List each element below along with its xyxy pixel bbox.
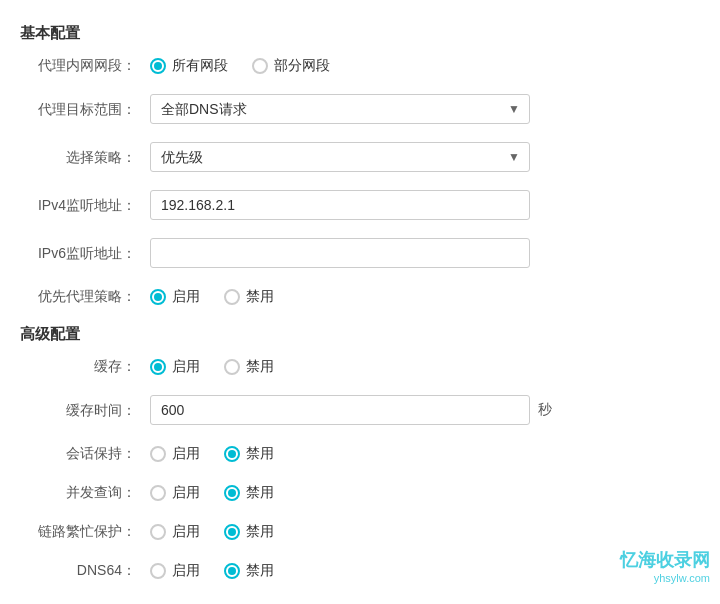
dns64-disable-label: 禁用	[246, 562, 274, 580]
link-protect-enable[interactable]: 启用	[150, 523, 200, 541]
session-disable-radio[interactable]	[224, 446, 240, 462]
proxy-target-content: 全部DNS请求 部分DNS请求 ▼	[150, 94, 700, 124]
session-content: 启用 禁用	[150, 445, 700, 463]
proxy-network-all-label: 所有网段	[172, 57, 228, 75]
ipv6-content	[150, 238, 700, 268]
concurrent-label: 并发查询：	[30, 482, 150, 503]
strategy-select-wrapper: 优先级 轮询 随机 ▼	[150, 142, 530, 172]
dns64-enable-radio[interactable]	[150, 563, 166, 579]
proxy-network-partial-radio[interactable]	[252, 58, 268, 74]
proxy-network-all[interactable]: 所有网段	[150, 57, 228, 75]
cache-enable-radio[interactable]	[150, 359, 166, 375]
proxy-target-select[interactable]: 全部DNS请求 部分DNS请求	[150, 94, 530, 124]
proxy-network-partial-label: 部分网段	[274, 57, 330, 75]
priority-proxy-enable[interactable]: 启用	[150, 288, 200, 306]
priority-proxy-disable-label: 禁用	[246, 288, 274, 306]
ipv4-label: IPv4监听地址：	[30, 195, 150, 216]
session-radio-group: 启用 禁用	[150, 445, 274, 463]
concurrent-disable-radio[interactable]	[224, 485, 240, 501]
concurrent-disable-label: 禁用	[246, 484, 274, 502]
link-protect-disable-label: 禁用	[246, 523, 274, 541]
link-protect-disable-radio[interactable]	[224, 524, 240, 540]
link-protect-enable-radio[interactable]	[150, 524, 166, 540]
advanced-config-title: 高级配置	[20, 325, 700, 344]
cache-radio-group: 启用 禁用	[150, 358, 274, 376]
session-enable[interactable]: 启用	[150, 445, 200, 463]
dns64-row: DNS64： 启用 禁用	[20, 560, 700, 581]
priority-proxy-enable-radio[interactable]	[150, 289, 166, 305]
concurrent-disable[interactable]: 禁用	[224, 484, 274, 502]
cache-enable[interactable]: 启用	[150, 358, 200, 376]
link-protect-label: 链路繁忙保护：	[30, 521, 150, 542]
concurrent-enable-label: 启用	[172, 484, 200, 502]
proxy-network-all-radio[interactable]	[150, 58, 166, 74]
link-protect-radio-group: 启用 禁用	[150, 523, 274, 541]
cache-content: 启用 禁用	[150, 358, 700, 376]
cache-time-input[interactable]	[150, 395, 530, 425]
dns64-label: DNS64：	[30, 560, 150, 581]
proxy-network-label: 代理内网网段：	[30, 55, 150, 76]
ipv6-row: IPv6监听地址：	[20, 238, 700, 268]
ipv6-input[interactable]	[150, 238, 530, 268]
proxy-network-row: 代理内网网段： 所有网段 部分网段	[20, 55, 700, 76]
priority-proxy-row: 优先代理策略： 启用 禁用	[20, 286, 700, 307]
priority-proxy-enable-label: 启用	[172, 288, 200, 306]
ipv4-input[interactable]	[150, 190, 530, 220]
cache-time-label: 缓存时间：	[30, 400, 150, 421]
dns64-radio-group: 启用 禁用	[150, 562, 274, 580]
dns64-enable[interactable]: 启用	[150, 562, 200, 580]
dns64-content: 启用 禁用	[150, 562, 700, 580]
session-row: 会话保持： 启用 禁用	[20, 443, 700, 464]
proxy-network-content: 所有网段 部分网段	[150, 57, 700, 75]
link-protect-enable-label: 启用	[172, 523, 200, 541]
cache-disable[interactable]: 禁用	[224, 358, 274, 376]
ipv4-content	[150, 190, 700, 220]
proxy-target-label: 代理目标范围：	[30, 99, 150, 120]
strategy-select[interactable]: 优先级 轮询 随机	[150, 142, 530, 172]
priority-proxy-label: 优先代理策略：	[30, 286, 150, 307]
concurrent-content: 启用 禁用	[150, 484, 700, 502]
cache-enable-label: 启用	[172, 358, 200, 376]
session-enable-label: 启用	[172, 445, 200, 463]
priority-proxy-disable[interactable]: 禁用	[224, 288, 274, 306]
cache-row: 缓存： 启用 禁用	[20, 356, 700, 377]
cache-disable-label: 禁用	[246, 358, 274, 376]
cache-time-suffix: 秒	[538, 401, 552, 419]
link-protect-content: 启用 禁用	[150, 523, 700, 541]
link-protect-disable[interactable]: 禁用	[224, 523, 274, 541]
link-protect-row: 链路繁忙保护： 启用 禁用	[20, 521, 700, 542]
basic-config-title: 基本配置	[20, 24, 700, 43]
ipv4-row: IPv4监听地址：	[20, 190, 700, 220]
session-disable-label: 禁用	[246, 445, 274, 463]
proxy-target-select-wrapper: 全部DNS请求 部分DNS请求 ▼	[150, 94, 530, 124]
concurrent-enable-radio[interactable]	[150, 485, 166, 501]
session-enable-radio[interactable]	[150, 446, 166, 462]
concurrent-radio-group: 启用 禁用	[150, 484, 274, 502]
dns64-disable-radio[interactable]	[224, 563, 240, 579]
concurrent-row: 并发查询： 启用 禁用	[20, 482, 700, 503]
session-disable[interactable]: 禁用	[224, 445, 274, 463]
cache-label: 缓存：	[30, 356, 150, 377]
priority-proxy-content: 启用 禁用	[150, 288, 700, 306]
cache-time-row: 缓存时间： 秒	[20, 395, 700, 425]
strategy-content: 优先级 轮询 随机 ▼	[150, 142, 700, 172]
cache-disable-radio[interactable]	[224, 359, 240, 375]
ipv6-label: IPv6监听地址：	[30, 243, 150, 264]
strategy-row: 选择策略： 优先级 轮询 随机 ▼	[20, 142, 700, 172]
proxy-target-row: 代理目标范围： 全部DNS请求 部分DNS请求 ▼	[20, 94, 700, 124]
priority-proxy-disable-radio[interactable]	[224, 289, 240, 305]
cache-time-content: 秒	[150, 395, 700, 425]
proxy-network-radio-group: 所有网段 部分网段	[150, 57, 330, 75]
dns64-disable[interactable]: 禁用	[224, 562, 274, 580]
priority-proxy-radio-group: 启用 禁用	[150, 288, 274, 306]
concurrent-enable[interactable]: 启用	[150, 484, 200, 502]
proxy-network-partial[interactable]: 部分网段	[252, 57, 330, 75]
dns64-enable-label: 启用	[172, 562, 200, 580]
session-label: 会话保持：	[30, 443, 150, 464]
strategy-label: 选择策略：	[30, 147, 150, 168]
